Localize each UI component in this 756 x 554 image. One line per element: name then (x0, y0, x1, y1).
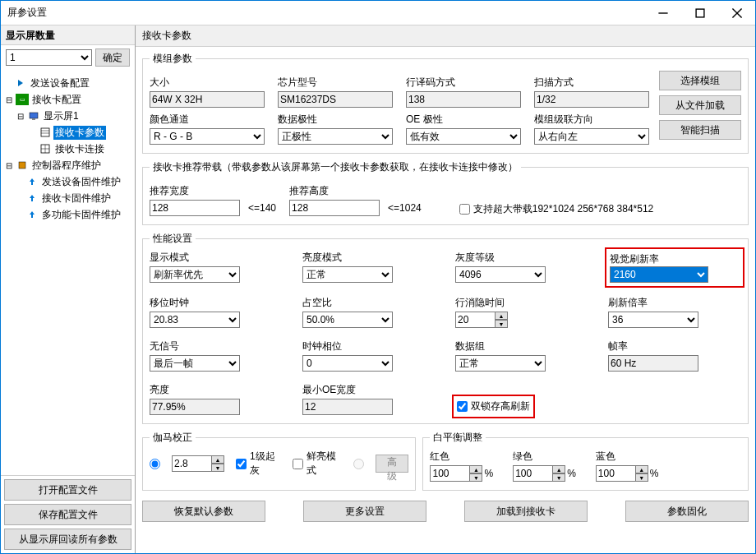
collapse-icon[interactable]: ⊟ (4, 95, 14, 104)
collapse-icon[interactable]: ⊟ (4, 161, 14, 170)
open-config-button[interactable]: 打开配置文件 (4, 479, 131, 501)
titlebar: 屏参设置 (1, 1, 755, 25)
phase-select[interactable]: 0 (302, 355, 393, 372)
spin-up-icon[interactable]: ▲ (495, 312, 508, 320)
restore-defaults-button[interactable]: 恢复默认参数 (142, 501, 265, 522)
wb-r-label: 红色 (430, 450, 493, 464)
shift-select[interactable]: 20.83 (150, 312, 240, 328)
datagroup-select[interactable]: 正常 (455, 355, 546, 372)
rec-w-input[interactable] (150, 200, 240, 216)
tree-recv-fw[interactable]: 接收卡固件维护 (1, 190, 135, 206)
left-panel: 显示屏数量 1 确定 发送设备配置 ⊟ ▭ 接收卡配置 (1, 25, 136, 553)
svg-marker-15 (30, 195, 35, 201)
wb-b-spin[interactable]: ▲▼ (596, 465, 648, 482)
right-title: 接收卡参数 (136, 25, 755, 47)
performance-fieldset: 性能设置 显示模式刷新率优先 亮度模式正常 灰度等级4096 视觉刷新率 216… (142, 232, 749, 424)
wb-b-label: 蓝色 (596, 450, 659, 464)
more-settings-button[interactable]: 更多设置 (303, 501, 426, 522)
upload-icon (25, 192, 39, 204)
load-to-recv-button[interactable]: 加载到接收卡 (464, 501, 588, 522)
spin-down-icon[interactable]: ▼ (469, 473, 482, 482)
spin-up-icon[interactable]: ▲ (552, 465, 565, 473)
spin-down-icon[interactable]: ▼ (495, 320, 508, 328)
module-fieldset: 模组参数 大小 芯片型号 行译码方式 扫描方式 颜色通道R - G - B (142, 52, 749, 154)
bri-mode-select[interactable]: 正常 (302, 266, 393, 283)
blank-spin[interactable]: ▲▼ (455, 312, 588, 328)
svg-rect-13 (19, 162, 25, 169)
gray-select[interactable]: 4096 (455, 266, 546, 283)
spin-up-icon[interactable]: ▲ (469, 465, 482, 473)
card-icon: ▭ (16, 94, 29, 105)
gamma-spin[interactable]: ▲▼ (172, 455, 224, 472)
mult-select[interactable]: 36 (608, 312, 698, 328)
maximize-icon (694, 7, 706, 19)
whitebalance-fieldset: 白平衡调整 红色 ▲▼% 绿色 ▲▼% 蓝色 ▲▼% (422, 431, 749, 491)
tree-recv-conn[interactable]: 接收卡连接 (1, 141, 135, 157)
smart-scan-button[interactable]: 智能扫描 (659, 120, 741, 140)
scan-input (534, 91, 649, 108)
gamma-radio[interactable] (150, 459, 160, 469)
wb-g-label: 绿色 (513, 450, 576, 464)
minoe-input (302, 399, 393, 415)
minimize-button[interactable] (644, 1, 681, 25)
capacity-fieldset: 接收卡推荐带载（带载参数从该屏幕第一个接收卡参数获取，在接收卡连接中修改） 推荐… (142, 160, 749, 225)
duty-select[interactable]: 50.0% (302, 312, 393, 328)
tree-recv-param[interactable]: 接收卡参数 (1, 124, 135, 141)
color-select[interactable]: R - G - B (150, 128, 265, 145)
screen-count-select[interactable]: 1 (6, 49, 92, 66)
right-panel: 接收卡参数 模组参数 大小 芯片型号 行译码方式 扫描方式 (136, 25, 755, 553)
spin-up-icon[interactable]: ▲ (635, 465, 648, 473)
scan-label: 扫描方式 (534, 76, 649, 90)
collapse-icon[interactable]: ⊟ (16, 112, 25, 121)
minoe-label: 最小OE宽度 (302, 383, 436, 397)
tree-send-fw[interactable]: 发送设备固件维护 (1, 173, 135, 190)
disp-mode-select[interactable]: 刷新率优先 (150, 266, 240, 283)
oe-select[interactable]: 低有效 (406, 128, 521, 145)
oe-label: OE 极性 (406, 113, 521, 127)
bri-input (150, 399, 240, 415)
confirm-button[interactable]: 确定 (95, 48, 130, 67)
close-icon (731, 7, 743, 19)
tree-recv-config[interactable]: ⊟ ▭ 接收卡配置 (1, 91, 135, 108)
load-from-file-button[interactable]: 从文件加载 (659, 95, 741, 115)
maximize-button[interactable] (681, 1, 718, 25)
decode-input (406, 91, 521, 108)
tree-multi-fw[interactable]: 多功能卡固件维护 (1, 206, 135, 223)
polarity-select[interactable]: 正极性 (278, 128, 393, 145)
spin-down-icon[interactable]: ▼ (211, 464, 224, 472)
vrefresh-select[interactable]: 2160 (610, 266, 708, 283)
read-all-button[interactable]: 从显示屏回读所有参数 (4, 529, 131, 550)
double-latch-checkbox[interactable]: 双锁存高刷新 (457, 399, 530, 413)
advanced-radio[interactable] (353, 459, 364, 469)
nosig-label: 无信号 (150, 339, 283, 353)
bri-label: 亮度 (150, 383, 283, 397)
spin-up-icon[interactable]: ▲ (211, 455, 224, 464)
minimize-icon (657, 7, 669, 19)
cascade-label: 模组级联方向 (534, 113, 649, 127)
tree-screen1[interactable]: ⊟ 显示屏1 (1, 108, 135, 124)
close-button[interactable] (718, 1, 755, 25)
screen-count-label: 显示屏数量 (1, 25, 135, 45)
solidify-button[interactable]: 参数固化 (625, 501, 749, 522)
spin-down-icon[interactable]: ▼ (552, 473, 565, 482)
tree-ctrl-maint[interactable]: ⊟ 控制器程序维护 (1, 157, 135, 173)
rec-h-input[interactable] (289, 200, 380, 216)
disp-mode-label: 显示模式 (150, 251, 283, 265)
select-module-button[interactable]: 选择模组 (659, 71, 741, 90)
nosig-select[interactable]: 最后一帧 (150, 355, 240, 372)
lvl1-gray-checkbox[interactable]: 1级起灰 (236, 450, 281, 478)
vivid-mode-checkbox[interactable]: 鲜亮模式 (293, 450, 342, 478)
duty-label: 占空比 (302, 296, 436, 310)
nav-tree: 发送设备配置 ⊟ ▭ 接收卡配置 ⊟ 显示屏1 接收卡参数 (1, 70, 135, 475)
cascade-select[interactable]: 从右向左 (534, 128, 649, 145)
blank-label: 行消隐时间 (455, 296, 588, 310)
save-config-button[interactable]: 保存配置文件 (4, 504, 131, 525)
wb-g-spin[interactable]: ▲▼ (513, 465, 565, 482)
phase-label: 时钟相位 (302, 339, 436, 353)
wb-r-spin[interactable]: ▲▼ (430, 465, 482, 482)
huge-capacity-checkbox[interactable]: 支持超大带载192*1024 256*768 384*512 (459, 202, 653, 216)
rec-w-label: 推荐宽度 (150, 184, 276, 198)
spin-down-icon[interactable]: ▼ (635, 473, 648, 482)
tree-send-config[interactable]: 发送设备配置 (1, 75, 135, 91)
color-label: 颜色通道 (150, 113, 265, 127)
